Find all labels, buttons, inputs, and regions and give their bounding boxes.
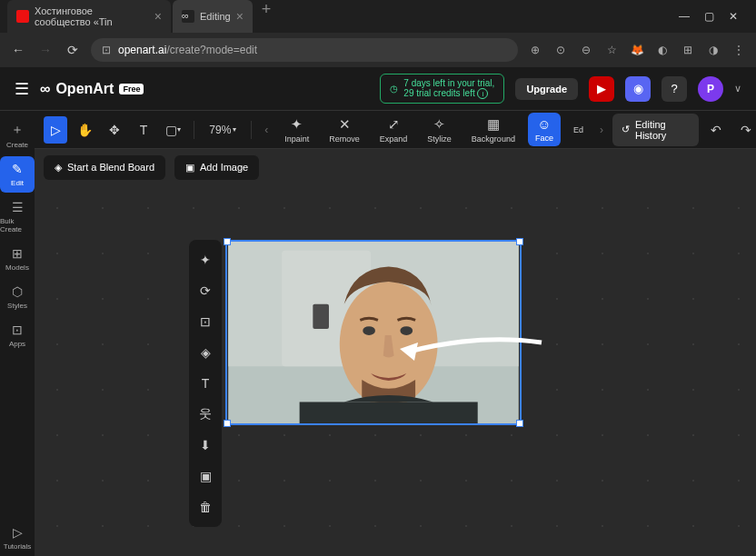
search-icon[interactable]: ⊙ bbox=[552, 44, 569, 56]
layers-tool[interactable]: ◈ bbox=[193, 340, 218, 365]
plus-icon: ＋ bbox=[11, 122, 24, 138]
star-icon[interactable]: ☆ bbox=[603, 44, 620, 56]
person-tool[interactable]: 웃 bbox=[193, 402, 218, 427]
logo[interactable]: ∞ OpenArt Free bbox=[40, 81, 144, 97]
expand-icon: ⤢ bbox=[388, 116, 400, 133]
url-input[interactable]: ⊡ openart.ai/create?mode=edit bbox=[91, 38, 518, 62]
zoom-control[interactable]: 79% ▾ bbox=[204, 124, 242, 136]
info-icon[interactable]: i bbox=[477, 88, 488, 99]
browser-tab[interactable]: ∞ Editing × bbox=[173, 0, 253, 33]
extension-icon[interactable]: ◐ bbox=[654, 44, 671, 56]
reload-button[interactable]: ⟳ bbox=[64, 43, 82, 57]
browser-addressbar: ← → ⟳ ⊡ openart.ai/create?mode=edit ⊕ ⊙ … bbox=[0, 33, 756, 67]
image-icon: ▣ bbox=[185, 162, 194, 174]
sidebar-item-styles[interactable]: ⬡Styles bbox=[0, 279, 35, 315]
tool-inpaint[interactable]: ✦Inpaint bbox=[277, 114, 316, 145]
window-titlebar: Хостинговое сообщество «Tin × ∞ Editing … bbox=[0, 0, 756, 33]
stylize-icon: ✧ bbox=[433, 116, 445, 133]
scroll-right-icon[interactable]: › bbox=[596, 124, 607, 136]
shape-tool[interactable]: ▢▾ bbox=[161, 116, 184, 144]
sidebar-item-edit[interactable]: ✎Edit bbox=[0, 156, 35, 193]
new-tab-button[interactable]: + bbox=[254, 0, 279, 33]
extensions-icon[interactable]: ⊞ bbox=[680, 44, 696, 56]
minimize-button[interactable]: — bbox=[679, 10, 690, 23]
plan-badge: Free bbox=[119, 84, 144, 94]
close-icon[interactable]: × bbox=[154, 9, 162, 24]
tool-more[interactable]: Ed bbox=[566, 124, 591, 136]
history-icon: ↺ bbox=[622, 124, 630, 135]
canvas[interactable]: ✦ ⟳ ⊡ ◈ T 웃 ⬇ ▣ 🗑 bbox=[35, 185, 756, 556]
regenerate-tool[interactable]: ⟳ bbox=[193, 278, 218, 303]
selected-image[interactable] bbox=[225, 240, 522, 425]
hamburger-icon[interactable]: ☰ bbox=[15, 79, 29, 99]
avatar[interactable]: P bbox=[698, 76, 723, 102]
editing-history-button[interactable]: ↺Editing History bbox=[612, 114, 699, 146]
tool-background[interactable]: ▦Background bbox=[464, 114, 522, 145]
close-icon[interactable]: × bbox=[236, 9, 244, 24]
help-button[interactable]: ? bbox=[662, 76, 687, 102]
browser-tabs: Хостинговое сообщество «Tin × ∞ Editing … bbox=[7, 0, 668, 33]
floating-toolbar: ✦ ⟳ ⊡ ◈ T 웃 ⬇ ▣ 🗑 bbox=[189, 240, 222, 527]
blend-board-button[interactable]: ◈Start a Blend Board bbox=[44, 155, 165, 180]
close-button[interactable]: ✕ bbox=[729, 10, 738, 23]
extension-icon[interactable]: 🦊 bbox=[629, 44, 645, 56]
cursor-tool[interactable]: ▷ bbox=[44, 116, 67, 144]
trial-banner[interactable]: ◷ 7 days left in your trial, 29 trial cr… bbox=[380, 74, 504, 104]
clock-icon: ◷ bbox=[390, 84, 398, 94]
translate-icon[interactable]: ⊕ bbox=[527, 44, 543, 56]
delete-tool[interactable]: 🗑 bbox=[193, 494, 218, 520]
add-image-button[interactable]: ▣Add Image bbox=[174, 155, 259, 180]
tool-stylize[interactable]: ✧Stylize bbox=[420, 114, 459, 145]
hand-tool[interactable]: ✋ bbox=[73, 116, 96, 144]
tutorials-icon: ▷ bbox=[13, 525, 23, 540]
remove-icon: ✕ bbox=[339, 116, 351, 133]
workspace: ▷ ✋ ✥ T ▢▾ 79% ▾ ‹ ✦Inpaint ✕Remove ⤢Exp… bbox=[35, 111, 756, 556]
undo-button[interactable]: ↶ bbox=[704, 116, 728, 144]
models-icon: ⊞ bbox=[12, 246, 23, 261]
action-row: ◈Start a Blend Board ▣Add Image bbox=[35, 149, 756, 185]
logo-icon: ∞ bbox=[40, 81, 50, 97]
chevron-down-icon[interactable]: ∨ bbox=[734, 83, 741, 94]
face-icon: ☺ bbox=[537, 116, 551, 132]
back-button[interactable]: ← bbox=[9, 43, 27, 57]
crop-tool[interactable]: ⊡ bbox=[193, 309, 218, 334]
download-tool[interactable]: ⬇ bbox=[193, 432, 218, 458]
site-info-icon[interactable]: ⊡ bbox=[102, 44, 111, 56]
zoom-icon[interactable]: ⊖ bbox=[578, 44, 594, 56]
svg-point-6 bbox=[400, 326, 413, 335]
canvas-image bbox=[227, 242, 520, 423]
background-icon: ▦ bbox=[487, 116, 500, 133]
resize-handle[interactable] bbox=[516, 420, 523, 427]
text-tool[interactable]: T bbox=[132, 116, 155, 144]
sidebar-item-apps[interactable]: ⊡Apps bbox=[0, 317, 35, 353]
sidebar-item-tutorials[interactable]: ▷Tutorials bbox=[0, 520, 35, 556]
maximize-button[interactable]: ▢ bbox=[704, 10, 714, 23]
upgrade-button[interactable]: Upgrade bbox=[515, 78, 578, 100]
browser-tab[interactable]: Хостинговое сообщество «Tin × bbox=[7, 0, 171, 33]
sidebar-item-models[interactable]: ⊞Models bbox=[0, 241, 35, 277]
tool-expand[interactable]: ⤢Expand bbox=[373, 114, 415, 145]
apps-icon: ⊡ bbox=[12, 323, 23, 337]
move-tool[interactable]: ✥ bbox=[103, 116, 126, 144]
resize-handle[interactable] bbox=[224, 238, 231, 245]
youtube-button[interactable]: ▶ bbox=[589, 76, 614, 102]
magic-tool[interactable]: ✦ bbox=[193, 247, 218, 273]
resize-handle[interactable] bbox=[516, 238, 523, 245]
forward-button[interactable]: → bbox=[36, 43, 55, 57]
tool-remove[interactable]: ✕Remove bbox=[322, 114, 367, 145]
bulk-icon: ☰ bbox=[12, 200, 24, 214]
text-tool[interactable]: T bbox=[193, 371, 218, 396]
tab-favicon bbox=[16, 10, 29, 23]
discord-button[interactable]: ◉ bbox=[625, 76, 651, 102]
svg-point-5 bbox=[363, 326, 375, 335]
sidebar-item-bulk[interactable]: ☰Bulk Create bbox=[0, 194, 35, 239]
sidebar-item-create[interactable]: ＋Create bbox=[0, 116, 35, 154]
scroll-left-icon[interactable]: ‹ bbox=[261, 124, 272, 136]
save-tool[interactable]: ▣ bbox=[193, 463, 218, 489]
menu-icon[interactable]: ⋮ bbox=[731, 44, 747, 56]
redo-button[interactable]: ↷ bbox=[734, 116, 756, 144]
profile-icon[interactable]: ◑ bbox=[705, 44, 721, 56]
annotation-arrow bbox=[398, 335, 543, 362]
tool-face[interactable]: ☺Face bbox=[528, 113, 561, 146]
resize-handle[interactable] bbox=[224, 420, 231, 427]
